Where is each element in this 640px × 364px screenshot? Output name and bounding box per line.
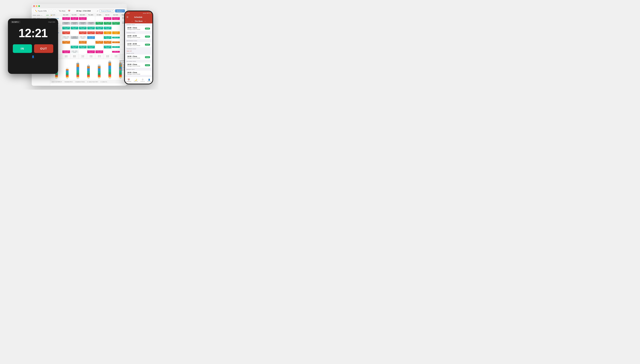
location-selector[interactable]: Front of House ▾ [99,9,114,12]
header-tue: Tue 27th ↕ [70,14,79,16]
next-week-mobile-button[interactable]: → [144,20,146,22]
schedule-cell[interactable]: 12:00 - 18:00Manager [87,26,95,30]
totals-row: 52.5066.50 38.0058.50 75.0083.00 57.0057… [50,54,127,59]
schedule-cell[interactable] [87,16,95,21]
location-tag: Howth [145,44,150,46]
minimize-button[interactable] [36,5,37,7]
schedule-cell[interactable]: 12:00 - 20:00Server [104,21,112,26]
next-week-button[interactable]: › [53,10,56,12]
schedule-cell[interactable]: 16:00 - CloseServer [87,30,95,35]
clock-in-button[interactable]: IN [13,44,32,53]
popular-shifts-button[interactable]: ✏️ Popular Shifts [34,9,48,12]
schedule-cell[interactable] [112,26,120,30]
calendar-icon: 📅 [68,10,70,12]
schedule-cell[interactable]: 12:00 - 18:00Supervisor [70,16,79,21]
schedule-cell[interactable] [70,30,79,35]
schedule-cell[interactable] [87,40,95,44]
shift-item[interactable]: 07:00 - 12:00 | 11h 4.75 [32,14,50,17]
clock-date: 9 April 2020 [48,21,55,23]
schedule-cell[interactable] [95,16,104,21]
nav-schedule-button[interactable]: 📅 SCHEDULE [126,78,131,82]
prev-week-mobile-button[interactable]: ← [131,20,133,22]
schedule-cell[interactable]: 12:00 - 19:00Kitchen Asst [79,40,87,44]
schedule-cell[interactable]: 12:00 - 20 [112,50,120,54]
schedule-cell[interactable] [62,45,70,49]
schedule-cell[interactable]: 13:00 - 22:00Manager [87,45,95,49]
list-item: 16:00 - Close Manager Front of House How… [126,62,151,68]
clock-out-button[interactable]: OUT [34,44,53,53]
schedule-cell[interactable]: 12:00 - 18:00Cleaning [70,50,79,54]
schedule-cell[interactable]: 12:00 - 20:00Supervisor [95,50,104,54]
schedule-cell[interactable]: 12:00 - 18:00Supervisor [104,16,112,21]
schedule-cell[interactable]: Unavail18:00-20:00 [70,35,79,40]
day-header: SUNDAY 09/10 [125,68,152,70]
header-thu: Thu 29th ↕ [87,14,95,16]
schedule-cell[interactable]: 13:00 - 22:00Server [95,30,104,35]
header-sat: Sat 1st ↕ [104,14,112,16]
nav-timeoff-button[interactable]: 🌙 TIME OFF [134,78,138,82]
schedule-cell[interactable]: 14:00 - 22:00Chef [62,40,70,44]
grid-header: 🔒 Draft Mon 26th ↕ Tue 27th ↕ Wed 28th ↕… [50,14,127,16]
hamburger-menu-button[interactable]: ☰ [126,16,128,18]
close-button[interactable] [33,5,35,7]
schedule-cell[interactable]: 07:00 - 12:00Manager [62,26,70,30]
schedule-cell[interactable]: 12:00 - 20:00Supervisor [87,50,95,54]
shift-role: Manager Front of House [127,57,140,59]
prev-week-button[interactable]: ‹ [49,10,52,12]
schedule-cell[interactable]: 13:00 - 22:00Manager [104,45,112,49]
schedule-cell[interactable] [95,35,104,40]
schedule-cell[interactable]: 12:00 - 22:00Manager [70,26,79,30]
clockin-icon: ⏱ [142,78,143,81]
day-header: TUESDAY 04/10 [125,32,152,34]
schedule-cell[interactable]: 12:00 - 18:00Supervisor [62,16,70,21]
chart-bar-wed: 75 Wed [73,62,83,79]
schedule-cell[interactable]: 13:00 - 22:00Manager [104,26,112,30]
schedule-cell[interactable]: 12:00 - 20 [112,35,120,40]
schedule-cell[interactable]: 12:00 - 22:00Supervisor [79,16,87,21]
schedule-cell[interactable]: 13:00 - 22:00Manager [70,45,79,49]
actions-button[interactable]: Actions ▾ [115,9,125,12]
schedule-cell[interactable]: 14:00 - 22:00Chef [104,40,112,44]
chart-bar-thu: 57 Thu [83,64,94,79]
schedule-cell[interactable]: 12:00 - 18:00Supervisor [112,16,120,21]
day-header: THURSDAY 06/10 [125,48,152,50]
chart-bar-fri: 57.75 Fri [94,64,104,79]
maximize-button[interactable] [38,5,40,7]
schedule-cell[interactable]: 12:00 - 20:00Server [95,21,104,26]
schedule-cell[interactable]: UnavailableAll Day [79,21,87,26]
day-section-thursday: THURSDAY 06/10 [125,48,152,50]
schedule-cell[interactable]: 12:00 - 22 [112,40,120,44]
schedule-cell[interactable]: 12:00 - 20:00Server [79,30,87,35]
expand-icon[interactable]: ⤢ [97,10,98,12]
schedule-cell[interactable]: UnavailableAll Day [87,21,95,26]
this-week-button[interactable]: This Week [57,10,67,12]
schedule-cell[interactable]: 16:00 - CloseServer [62,30,70,35]
mobile-app-title: Schedule [134,16,142,18]
schedule-cell[interactable]: Time OffFull Day [112,30,120,35]
schedule-cell[interactable]: 12:00 - 20:00Supervisor [62,50,70,54]
schedule-cell[interactable]: 16:00 - CloseManager [104,35,112,40]
schedule-cell[interactable]: Time OffFull Day [104,30,112,35]
location-tag: Howth [145,56,150,58]
schedule-cell[interactable]: 12:00 - 20:00Cleaning [79,35,87,40]
schedule-cell[interactable]: 14:00 - 22:00Server [112,21,120,26]
schedule-cell[interactable]: UnavailableAll Day [70,21,79,26]
schedule-cell[interactable] [79,50,87,54]
schedule-cell[interactable]: 13:00 - 22:00Manager [79,45,87,49]
schedule-cell[interactable] [95,45,104,49]
schedule-cell[interactable]: 16:00 - CloseKitchen Asst [87,35,95,40]
schedule-cell[interactable]: 14:00 - 22:00Chef [95,40,104,44]
nav-clockin-button[interactable]: ⏱ CLOCK IN [140,78,145,82]
schedule-cell[interactable]: 16:00 - CloseManager [79,26,87,30]
shift-time: 16:00 - Close [127,27,140,29]
schedule-cell[interactable]: 16:00 - CloseManager [95,26,104,30]
schedule-cell[interactable]: 13:00 - 22:00Cleaning [62,35,70,40]
table-row: 13:00 - 22:00Cleaning Unavail18:00-20:00… [50,35,127,40]
schedule-cell[interactable]: 13:00 - 22 [112,45,120,49]
schedule-cell[interactable] [70,40,79,44]
table-row: 12:00 - 20:00Supervisor 12:00 - 18:00Cle… [50,50,127,54]
schedule-cell[interactable]: UnavailableAll Day [62,21,70,26]
nav-profile-button[interactable]: 👤 PROFILE [147,78,151,82]
schedule-cell[interactable] [104,50,112,54]
header-draft: 🔒 Draft [50,14,62,16]
